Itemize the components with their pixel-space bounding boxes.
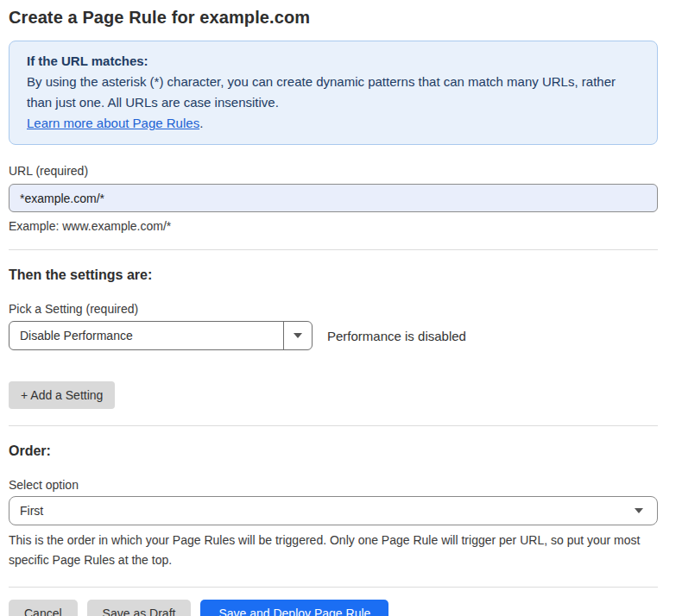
cancel-button[interactable]: Cancel <box>9 600 78 616</box>
setting-select-value: Disable Performance <box>9 329 283 343</box>
setting-status-text: Performance is disabled <box>327 329 466 343</box>
info-box-body: By using the asterisk (*) character, you… <box>27 72 640 113</box>
settings-section-heading: Then the settings are: <box>9 267 658 283</box>
chevron-down-icon <box>294 333 302 338</box>
divider <box>9 587 658 588</box>
save-draft-button[interactable]: Save as Draft <box>87 600 192 616</box>
page-rule-form: Create a Page Rule for example.com If th… <box>0 0 682 616</box>
info-box-link-line: Learn more about Page Rules. <box>27 113 640 134</box>
chevron-down-icon <box>635 508 643 513</box>
order-section-heading: Order: <box>9 443 658 459</box>
save-deploy-button[interactable]: Save and Deploy Page Rule <box>200 600 388 616</box>
url-field-label: URL (required) <box>9 164 658 178</box>
info-box-heading: If the URL matches: <box>27 51 640 72</box>
setting-select[interactable]: Disable Performance <box>9 321 313 350</box>
divider <box>9 249 658 250</box>
pick-setting-label: Pick a Setting (required) <box>9 302 658 316</box>
order-select-label: Select option <box>9 478 658 492</box>
add-setting-button[interactable]: + Add a Setting <box>9 381 115 409</box>
url-example-text: Example: www.example.com/* <box>9 219 658 233</box>
order-select[interactable]: First <box>9 496 658 525</box>
url-input[interactable] <box>9 184 658 212</box>
form-actions: Cancel Save as Draft Save and Deploy Pag… <box>9 600 658 616</box>
link-suffix: . <box>199 116 203 130</box>
url-match-info-box: If the URL matches: By using the asteris… <box>9 41 658 145</box>
setting-select-arrow-button[interactable] <box>283 322 312 349</box>
order-select-value: First <box>20 504 43 518</box>
learn-more-link[interactable]: Learn more about Page Rules <box>27 116 199 130</box>
page-title: Create a Page Rule for example.com <box>9 8 658 28</box>
divider <box>9 425 658 426</box>
order-help-text: This is the order in which your Page Rul… <box>9 531 652 570</box>
setting-row: Disable Performance Performance is disab… <box>9 321 658 350</box>
